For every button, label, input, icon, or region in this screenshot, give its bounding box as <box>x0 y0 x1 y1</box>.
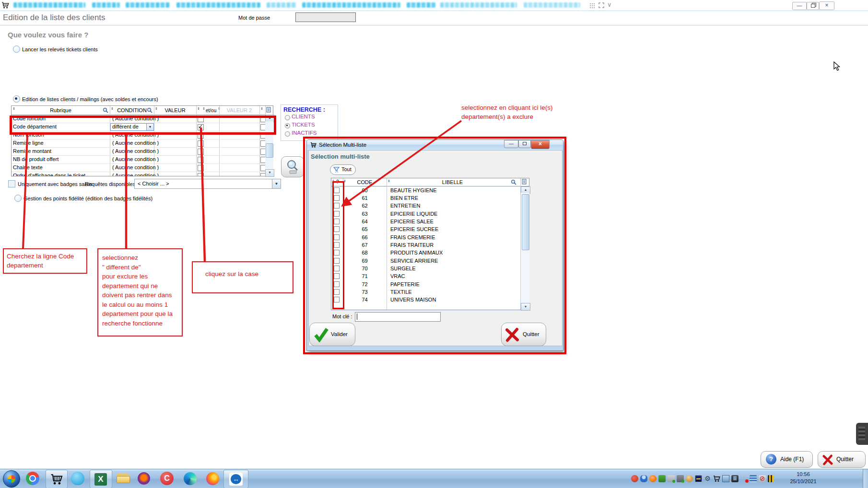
annotation-line: pour exclure les <box>102 272 182 281</box>
taskbar-pos-app-active[interactable] <box>46 470 68 488</box>
tray-usb-icon[interactable] <box>677 475 684 482</box>
taskbar-ccleaner-icon[interactable]: C <box>160 472 174 485</box>
annotation-line: departement qui ne <box>102 281 182 291</box>
teamviewer-icon: ↔ <box>231 474 241 484</box>
taskbar-clock[interactable]: 10:56 25/10/2021 <box>786 471 820 487</box>
tray-globe-icon[interactable] <box>686 475 693 482</box>
taskbar-mascot-icon[interactable] <box>71 472 84 485</box>
tray-avast-orange-icon[interactable] <box>649 475 657 482</box>
tray-gear-icon[interactable]: ⚙ <box>704 475 711 482</box>
tray-person-icon[interactable] <box>640 475 647 482</box>
annotation-box-selectionnez: selectionnez " different de" pour exclur… <box>97 248 183 337</box>
taskbar-folder-icon[interactable] <box>117 472 130 485</box>
start-button[interactable] <box>3 470 20 488</box>
windows-flag-icon <box>8 475 15 483</box>
annotation-note-line: departement(s) a exclure <box>461 112 553 121</box>
taskbar-excel-active[interactable]: X <box>90 470 112 488</box>
annotation-note-line: selectionnez en cliquant ici le(s) <box>461 103 553 112</box>
fz-stripe <box>696 478 701 479</box>
annotation-box-cliquez: cliquez sur la case <box>192 261 293 293</box>
annotation-line: le calcul ou au moins 1 <box>102 300 182 310</box>
mouse-cursor <box>833 61 843 72</box>
show-desktop-button[interactable] <box>863 469 868 488</box>
tray-red-swirl-icon[interactable] <box>631 475 638 482</box>
annotation-line: Cherchez la ligne Code <box>7 252 86 261</box>
taskbar-teamviewer-active[interactable]: ↔ <box>223 470 248 488</box>
annotation-line: doivent pas rentrer dans <box>102 290 182 300</box>
annotation-note: selectionnez en cliquant ici le(s) depar… <box>461 103 553 121</box>
tray-blue-striped-icon[interactable] <box>750 475 757 482</box>
annotation-line: departement pour que la <box>102 309 182 319</box>
tray-cart-icon[interactable] <box>713 475 720 482</box>
screen: ∨ — × Edition de la liste des clients Mo… <box>0 0 868 488</box>
tray-filezilla-icon[interactable] <box>695 475 702 482</box>
tray-green-shield-icon[interactable] <box>658 475 666 482</box>
tray-monitor-icon[interactable] <box>722 475 729 482</box>
annotation-line: " different de" <box>102 263 182 272</box>
taskbar-cart-icon <box>50 473 63 486</box>
taskbar-edge-icon[interactable] <box>184 472 197 485</box>
green-check-dot <box>672 480 675 483</box>
annotation-line: departement <box>7 261 86 270</box>
tray-volume-muted-icon[interactable]: ⊘ <box>759 475 766 482</box>
system-tray: ⚙ ⚐ ⊘ <box>631 475 774 482</box>
chrome-center <box>30 476 35 481</box>
tray-printer-icon[interactable] <box>668 475 675 482</box>
annotation-lines <box>0 0 868 488</box>
tray-flag-icon[interactable]: ⚐ <box>740 475 748 482</box>
clock-date: 25/10/2021 <box>786 478 820 485</box>
flag-error-dot <box>745 479 749 483</box>
tray-phone-icon[interactable] <box>731 475 739 482</box>
taskbar-avast-icon[interactable] <box>138 472 150 485</box>
green-check-dot <box>681 480 684 483</box>
annotation-box-cherchez: Cherchez la ligne Code departement <box>3 248 87 274</box>
phone-screen <box>733 476 737 480</box>
taskbar: X C ↔ ⚙ ⚐ ⊘ <box>0 469 868 488</box>
tray-ups-icon[interactable] <box>768 475 774 482</box>
annotation-line: recherche fonctionne <box>102 319 182 328</box>
taskbar-chrome-icon[interactable] <box>26 472 39 485</box>
annotation-line: selectionnez <box>102 253 182 263</box>
folder-front <box>117 476 130 483</box>
excel-icon: X <box>94 473 107 486</box>
taskbar-firefox-icon[interactable] <box>206 472 219 485</box>
clock-time: 10:56 <box>786 471 820 478</box>
